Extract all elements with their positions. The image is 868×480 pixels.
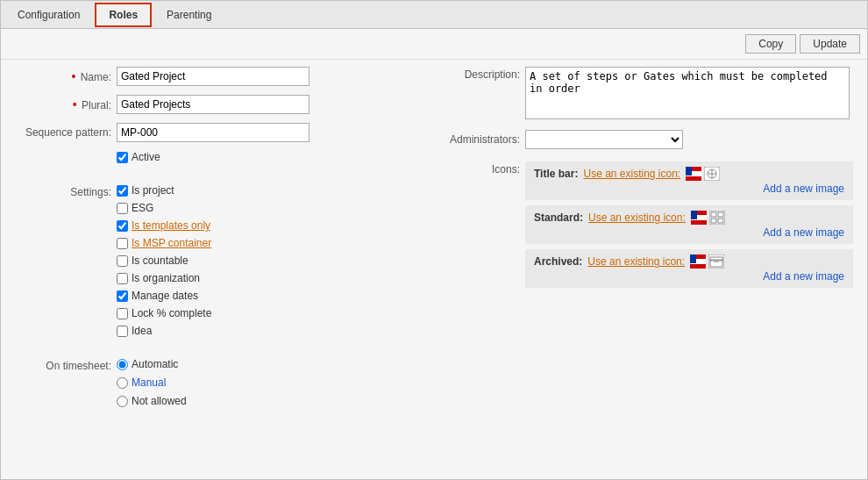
tab-configuration[interactable]: Configuration xyxy=(4,3,93,27)
timesheet-manual: Manual xyxy=(117,376,187,389)
active-checkbox-row: Active xyxy=(117,151,160,163)
esg-checkbox[interactable] xyxy=(117,203,128,214)
not-allowed-radio[interactable] xyxy=(117,396,128,407)
svg-rect-3 xyxy=(686,176,701,181)
manage-dates-label: Manage dates xyxy=(132,290,198,302)
name-required-dot: • xyxy=(71,69,75,83)
title-bar-icon-row: Title bar: Use an existing icon: xyxy=(534,167,844,181)
title-bar-icon-box: Title bar: Use an existing icon: xyxy=(525,161,853,200)
archived-icon-box: Archived: Use an existing icon: xyxy=(525,249,853,288)
plural-label: • Plural: xyxy=(15,97,111,111)
standard-grid-icon xyxy=(709,211,725,225)
manage-dates-checkbox[interactable] xyxy=(117,290,128,302)
svg-rect-4 xyxy=(686,167,692,176)
svg-rect-22 xyxy=(690,264,706,269)
standard-icon-box: Standard: Use an existing icon: xyxy=(525,205,853,244)
is-msp-container-checkbox[interactable] xyxy=(117,238,128,249)
plural-required-dot: • xyxy=(73,97,77,111)
tab-parenting[interactable]: Parenting xyxy=(153,3,224,27)
name-row: • Name: xyxy=(15,67,436,86)
active-label: Active xyxy=(132,151,160,163)
standard-icon-row: Standard: Use an existing icon: xyxy=(534,211,844,225)
setting-esg: ESG xyxy=(117,202,211,214)
is-project-checkbox[interactable] xyxy=(117,185,128,197)
archived-add-image-link[interactable]: Add a new image xyxy=(763,270,844,283)
tab-roles[interactable]: Roles xyxy=(95,3,152,27)
svg-rect-23 xyxy=(690,254,696,263)
is-msp-container-label: Is MSP container xyxy=(132,237,211,249)
description-textarea[interactable]: A set of steps or Gates which must be co… xyxy=(525,67,850,119)
timesheet-not-allowed: Not allowed xyxy=(117,395,187,407)
copy-button[interactable]: Copy xyxy=(745,34,796,54)
standard-icon1 xyxy=(691,211,725,225)
setting-is-countable: Is countable xyxy=(117,254,211,267)
archived-use-existing-link[interactable]: Use an existing icon: xyxy=(587,255,685,268)
sequence-row: Sequence pattern: xyxy=(15,123,436,142)
timesheet-section: On timesheet: Automatic Manual Not al xyxy=(15,358,436,410)
administrators-label: Administrators: xyxy=(450,133,520,146)
settings-label: Settings: xyxy=(15,184,111,198)
right-panel: Description: A set of steps or Gates whi… xyxy=(436,67,853,472)
automatic-radio[interactable] xyxy=(117,359,128,370)
plural-row: • Plural: xyxy=(15,95,436,114)
archived-icon1 xyxy=(690,254,724,269)
setting-is-templates-only: Is templates only xyxy=(117,219,211,232)
active-row: Active xyxy=(117,151,436,165)
archived-icon-row: Archived: Use an existing icon: xyxy=(534,254,844,269)
lock-percent-checkbox[interactable] xyxy=(117,308,128,319)
description-row: Description: A set of steps or Gates whi… xyxy=(450,67,853,119)
form-area: • Name: • Plural: Sequence pat xyxy=(1,60,867,479)
active-checkbox[interactable] xyxy=(117,152,128,163)
is-countable-label: Is countable xyxy=(132,254,189,267)
setting-is-msp-container: Is MSP container xyxy=(117,237,211,249)
is-project-label: Is project xyxy=(132,184,174,197)
sequence-label: Sequence pattern: xyxy=(15,126,111,139)
title-bar-label: Title bar: xyxy=(534,168,578,180)
title-bar-use-existing-link[interactable]: Use an existing icon: xyxy=(583,168,680,180)
settings-section: Settings: Is project ESG xyxy=(15,184,436,339)
standard-add-image-link[interactable]: Add a new image xyxy=(763,226,844,239)
timesheet-label: On timesheet: xyxy=(15,358,111,372)
icon-boxes: Title bar: Use an existing icon: xyxy=(525,161,853,288)
administrators-select[interactable] xyxy=(525,130,683,149)
administrators-row: Administrators: xyxy=(450,130,853,149)
svg-rect-13 xyxy=(691,211,697,219)
idea-checkbox[interactable] xyxy=(117,326,128,337)
automatic-label: Automatic xyxy=(132,358,178,370)
settings-checkboxes: Is project ESG Is templates only xyxy=(117,184,211,339)
archived-label: Archived: xyxy=(534,255,582,268)
setting-idea: Idea xyxy=(117,325,211,337)
toolbar: Copy Update xyxy=(1,29,867,60)
setting-manage-dates: Manage dates xyxy=(117,290,211,302)
archived-flag-icon xyxy=(690,254,706,269)
manual-label: Manual xyxy=(132,376,166,389)
tab-bar: Configuration Roles Parenting xyxy=(1,1,867,29)
name-input[interactable] xyxy=(117,67,309,86)
plural-input[interactable] xyxy=(117,95,309,114)
sequence-input[interactable] xyxy=(117,123,309,142)
update-button[interactable]: Update xyxy=(800,34,860,54)
name-label: • Name: xyxy=(15,69,111,83)
setting-is-project: Is project xyxy=(117,184,211,197)
svg-rect-12 xyxy=(691,220,707,225)
is-templates-only-checkbox[interactable] xyxy=(117,220,128,232)
title-bar-icon1 xyxy=(686,167,720,181)
setting-is-organization: Is organization xyxy=(117,272,211,284)
timesheet-options: Automatic Manual Not allowed xyxy=(117,358,187,410)
timesheet-automatic: Automatic xyxy=(117,358,187,370)
standard-use-existing-link[interactable]: Use an existing icon: xyxy=(588,211,686,224)
is-organization-label: Is organization xyxy=(132,272,200,284)
left-panel: • Name: • Plural: Sequence pat xyxy=(15,67,436,472)
not-allowed-label: Not allowed xyxy=(132,395,187,407)
manual-radio[interactable] xyxy=(117,377,128,389)
title-bar-grid-icon xyxy=(704,167,720,181)
archived-box-icon xyxy=(708,254,724,269)
content-area: Copy Update • Name: • Plur xyxy=(1,29,867,479)
icons-label: Icons: xyxy=(450,161,520,176)
is-countable-checkbox[interactable] xyxy=(117,255,128,267)
is-organization-checkbox[interactable] xyxy=(117,273,128,284)
title-bar-add-image-link[interactable]: Add a new image xyxy=(763,183,844,195)
main-container: Configuration Roles Parenting Copy Updat… xyxy=(0,0,868,480)
lock-percent-label: Lock % complete xyxy=(132,307,211,319)
title-bar-flag-icon xyxy=(686,167,701,181)
